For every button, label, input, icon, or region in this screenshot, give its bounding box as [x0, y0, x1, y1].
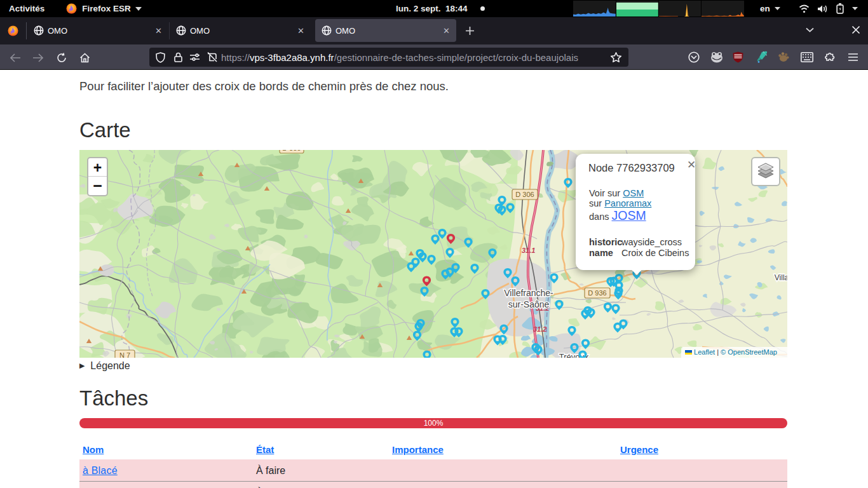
svg-text:31.2: 31.2 — [533, 325, 546, 333]
svg-text:Villars: Villars — [775, 273, 787, 282]
svg-text:D 936: D 936 — [588, 289, 606, 297]
svg-text:N 7: N 7 — [119, 351, 130, 358]
svg-text:D 385: D 385 — [282, 150, 301, 152]
svg-text:sur-Saône: sur-Saône — [508, 299, 550, 309]
svg-text:Villefranche-: Villefranche- — [504, 288, 553, 298]
svg-text:31.1: 31.1 — [522, 247, 535, 254]
svg-text:D 306: D 306 — [515, 191, 534, 198]
